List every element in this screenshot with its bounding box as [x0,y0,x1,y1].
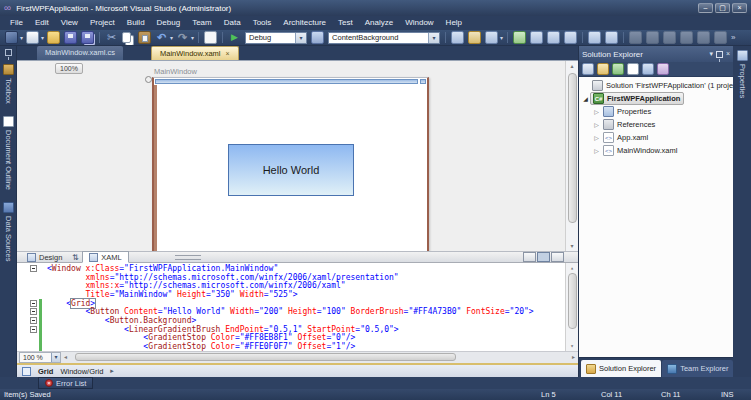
start-debugging-icon[interactable]: ▶ [226,31,243,44]
scrollbar-thumb[interactable] [75,353,456,361]
grid-row-rail[interactable] [154,85,157,251]
show-all-files-icon[interactable] [597,63,609,75]
scroll-up-icon[interactable]: ▴ [566,61,578,71]
code-line[interactable]: <GradientStop Color="#FF8EB8F1" Offset="… [17,334,565,343]
vertical-split-button[interactable] [523,252,536,262]
editor-zoom-select[interactable]: 100 % ▾ [19,352,61,363]
collapsed-arrow-icon[interactable]: ▷ [592,108,601,115]
scroll-right-icon[interactable]: ▸ [572,352,575,363]
caret-down-icon[interactable]: ▾ [428,33,439,43]
solution-configurations-combo[interactable]: Debug▾ [245,32,307,44]
fold-collapse-icon[interactable] [30,326,37,333]
undo-icon[interactable]: ↶▾ [153,31,174,44]
view-history-icon[interactable] [202,31,219,44]
code-line[interactable]: Title="MainWindow" Height="350" Width="5… [17,290,565,299]
scroll-down-icon[interactable]: ▾ [566,341,578,351]
paste-icon[interactable] [136,31,153,44]
close-icon[interactable]: × [225,47,229,61]
code-line[interactable]: <LinearGradientBrush EndPoint="0.5,1" St… [17,325,565,334]
sidebar-tab-properties[interactable]: Properties [737,50,748,98]
breadcrumb-current-element[interactable]: Grid [38,367,53,376]
increase-indent-icon[interactable] [603,31,620,44]
close-button[interactable]: × [732,3,747,13]
panel-tab-team-explorer[interactable]: Team Explorer [662,360,733,377]
comment-icon[interactable] [511,31,528,44]
tree-item-solution-firstwpfapplication-1-pro[interactable]: Solution 'FirstWPFApplication' (1 projec… [579,79,733,92]
grid-rail-knob[interactable] [420,79,426,84]
save-all-icon[interactable] [79,31,96,44]
code-line[interactable]: <Grid> [17,299,565,308]
designer-vertical-scrollbar[interactable]: ▴ ▾ [565,61,578,251]
tile-vertical-icon[interactable] [661,31,678,44]
menu-data[interactable]: Data [218,16,247,30]
new-project-icon[interactable]: ▾ [3,31,24,44]
display-formatting-icon[interactable] [562,31,579,44]
refresh-icon[interactable] [612,63,624,75]
menu-analyze[interactable]: Analyze [359,16,399,30]
cut-icon[interactable]: ✂ [103,31,120,44]
designer-zoom-button[interactable]: 100% [55,63,83,74]
decrease-indent-icon[interactable] [586,31,603,44]
cascade-windows-icon[interactable] [627,31,644,44]
menu-tools[interactable]: Tools [247,16,278,30]
maximize-button[interactable]: ▢ [715,3,730,13]
menu-team[interactable]: Team [186,16,218,30]
doc-tab-mainwindow-xaml[interactable]: MainWindow.xaml× [151,46,239,60]
fold-collapse-icon[interactable] [30,300,37,307]
scroll-up-icon[interactable]: ▴ [566,263,578,273]
menu-edit[interactable]: Edit [29,16,55,30]
tree-item-references[interactable]: ▷References [579,118,733,131]
tile-horizontal-icon[interactable] [644,31,661,44]
view-designer-icon[interactable] [642,63,654,75]
caret-down-icon[interactable]: ▾ [295,33,306,43]
copy-icon[interactable] [120,32,136,43]
minimize-button[interactable]: – [698,3,713,13]
sidebar-tab-document-outline[interactable]: Document Outline [3,116,14,190]
breadcrumb-path[interactable]: Window/Grid [60,367,103,376]
menu-window[interactable]: Window [399,16,439,30]
designed-hello-world-button[interactable]: Hello World [228,144,354,196]
editor-horizontal-scrollbar[interactable]: ◂ ▸ [63,352,576,363]
pin-icon[interactable] [716,51,723,58]
properties-window-icon[interactable] [582,63,594,75]
toolbar-options-chevron[interactable]: » [731,33,735,42]
design-view-tab[interactable]: Design [21,251,68,263]
collapsed-arrow-icon[interactable]: ▷ [592,147,601,154]
scrollbar-thumb[interactable] [568,73,577,223]
tree-item-mainwindow-xaml[interactable]: ▷<>MainWindow.xaml [579,144,733,157]
grid-column-rail[interactable] [155,79,418,84]
code-line[interactable]: <Button.Background> [17,316,565,325]
xaml-code-editor[interactable]: <Window x:Class="FirstWPFApplication.Mai… [17,263,578,351]
tree-item-firstwpfapplication[interactable]: ◢C#FirstWPFApplication [579,92,733,105]
navigate-to-icon[interactable]: ▾ [483,31,504,44]
code-line[interactable]: <GradientStop Color="#FFE0F0F7" Offset="… [17,342,565,351]
scrollbar-thumb[interactable] [568,273,577,329]
code-line[interactable]: <Button Content="Hello World" Width="200… [17,307,565,316]
swap-panes-button[interactable]: ⇅ [68,253,82,262]
sidebar-tab-toolbox[interactable]: Toolbox [3,64,14,104]
fold-collapse-icon[interactable] [30,317,37,324]
auto-hide-pin-icon[interactable] [5,49,12,56]
sidebar-tab-data-sources[interactable]: Data Sources [3,202,14,261]
editor-vertical-scrollbar[interactable]: ▴ ▾ [565,263,578,351]
collapsed-arrow-icon[interactable]: ▷ [592,121,601,128]
collapse-pane-button[interactable] [551,252,564,262]
add-item-icon[interactable]: ▾ [24,31,45,44]
fold-collapse-icon[interactable] [30,308,37,315]
open-file-icon[interactable] [45,31,62,44]
apply-window-layout-icon[interactable] [712,31,729,44]
uncomment-icon[interactable] [528,31,545,44]
close-all-documents-icon[interactable] [678,31,695,44]
menu-test[interactable]: Test [332,16,359,30]
redo-icon[interactable]: ↷▾ [174,31,195,44]
menu-view[interactable]: View [55,16,84,30]
tree-item-app-xaml[interactable]: ▷<>App.xaml [579,131,733,144]
panel-tab-solution-explorer[interactable]: Solution Explorer [581,360,661,377]
xaml-view-tab[interactable]: XAML [82,251,128,263]
scroll-down-icon[interactable]: ▾ [566,241,578,251]
save-window-layout-icon[interactable] [695,31,712,44]
view-class-diagram-icon[interactable] [657,63,669,75]
quick-find-combo[interactable]: ContentBackground▾ [328,32,440,44]
caret-down-icon[interactable]: ▾ [51,353,60,362]
horizontal-split-button[interactable] [537,252,550,262]
